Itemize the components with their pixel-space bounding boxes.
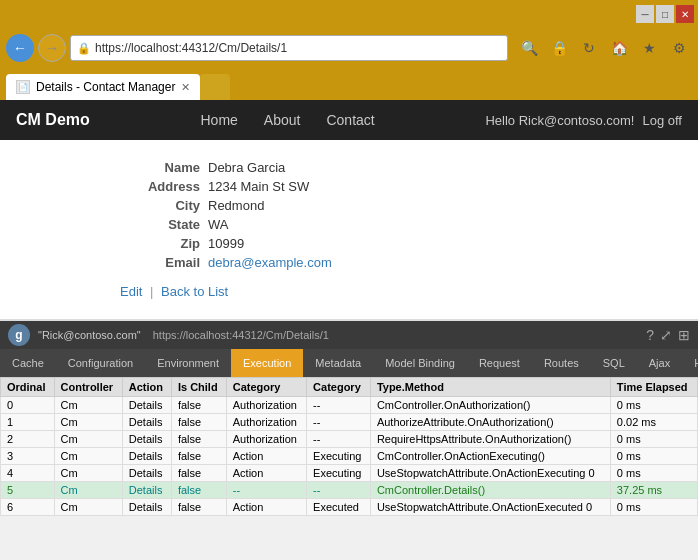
debug-url: https://localhost:44312/Cm/Details/1	[153, 329, 329, 341]
table-header-row: Ordinal Controller Action Is Child Categ…	[1, 378, 698, 397]
city-label: City	[120, 198, 200, 213]
col-is-child: Is Child	[171, 378, 226, 397]
execution-table: Ordinal Controller Action Is Child Categ…	[0, 377, 698, 516]
tab-favicon: 📄	[16, 80, 30, 94]
debug-tab-metadata[interactable]: Metadata	[303, 349, 373, 377]
search-button[interactable]: 🔍	[516, 35, 542, 61]
forward-button[interactable]: →	[38, 34, 66, 62]
address-icon: 🔒	[77, 42, 91, 55]
email-row: Email debra@example.com	[120, 255, 658, 270]
name-label: Name	[120, 160, 200, 175]
debug-tab-history[interactable]: Histo	[682, 349, 698, 377]
state-row: State WA	[120, 217, 658, 232]
back-button[interactable]: ←	[6, 34, 34, 62]
table-row: 3CmDetailsfalseActionExecutingCmControll…	[1, 448, 698, 465]
active-tab[interactable]: 📄 Details - Contact Manager ✕	[6, 74, 200, 100]
nav-home[interactable]: Home	[193, 108, 246, 132]
debug-table-wrapper: Ordinal Controller Action Is Child Categ…	[0, 377, 698, 516]
email-value[interactable]: debra@example.com	[208, 255, 332, 270]
debug-tab-model-binding[interactable]: Model Binding	[373, 349, 467, 377]
col-category2: Category	[307, 378, 371, 397]
app-nav-links: Home About Contact	[193, 108, 383, 132]
debug-tabs: Cache Configuration Environment Executio…	[0, 349, 698, 377]
back-to-list-link[interactable]: Back to List	[161, 284, 228, 299]
app-nav: CM Demo Home About Contact Hello Rick@co…	[0, 100, 698, 140]
col-action: Action	[122, 378, 171, 397]
debug-tab-routes[interactable]: Routes	[532, 349, 591, 377]
app-nav-right: Hello Rick@contoso.com! Log off	[485, 113, 682, 128]
lock-icon: 🔒	[546, 35, 572, 61]
debug-avatar: g	[8, 324, 30, 346]
debug-settings-button[interactable]: ⊞	[678, 327, 690, 343]
browser-nav-bar: ← → 🔒 https://localhost:44312/Cm/Details…	[0, 28, 698, 68]
name-row: Name Debra Garcia	[120, 160, 658, 175]
app-brand: CM Demo	[16, 111, 90, 129]
tab-close-button[interactable]: ✕	[181, 81, 190, 94]
table-row: 2CmDetailsfalseAuthorization--RequireHtt…	[1, 431, 698, 448]
table-row: 5CmDetailsfalse----CmController.Details(…	[1, 482, 698, 499]
debug-header-actions: ? ⤢ ⊞	[646, 327, 690, 343]
col-time-elapsed: Time Elapsed	[610, 378, 697, 397]
table-row: 4CmDetailsfalseActionExecutingUseStopwat…	[1, 465, 698, 482]
col-controller: Controller	[54, 378, 122, 397]
debug-tab-environment[interactable]: Environment	[145, 349, 231, 377]
settings-button[interactable]: ⚙	[666, 35, 692, 61]
nav-contact[interactable]: Contact	[318, 108, 382, 132]
debug-tab-request[interactable]: Request	[467, 349, 532, 377]
debug-tab-execution[interactable]: Execution	[231, 349, 303, 377]
nav-about[interactable]: About	[256, 108, 309, 132]
contact-details-table: Name Debra Garcia Address 1234 Main St S…	[120, 160, 658, 270]
state-label: State	[120, 217, 200, 232]
state-value: WA	[208, 217, 228, 232]
contact-actions: Edit | Back to List	[120, 284, 658, 299]
debug-header: g "Rick@contoso.com" https://localhost:4…	[0, 321, 698, 349]
minimize-button[interactable]: ─	[636, 5, 654, 23]
table-row: 1CmDetailsfalseAuthorization--AuthorizeA…	[1, 414, 698, 431]
debug-panel: g "Rick@contoso.com" https://localhost:4…	[0, 319, 698, 516]
city-row: City Redmond	[120, 198, 658, 213]
debug-tab-configuration[interactable]: Configuration	[56, 349, 145, 377]
zip-value: 10999	[208, 236, 244, 251]
favorites-button[interactable]: ★	[636, 35, 662, 61]
city-value: Redmond	[208, 198, 264, 213]
nav-actions: 🔍 🔒 ↻ 🏠 ★ ⚙	[516, 35, 692, 61]
address-text: https://localhost:44312/Cm/Details/1	[95, 41, 287, 55]
address-row: Address 1234 Main St SW	[120, 179, 658, 194]
actions-separator: |	[150, 284, 157, 299]
contact-section: Name Debra Garcia Address 1234 Main St S…	[0, 140, 698, 319]
home-button[interactable]: 🏠	[606, 35, 632, 61]
debug-tab-ajax[interactable]: Ajax	[637, 349, 682, 377]
address-label: Address	[120, 179, 200, 194]
email-label: Email	[120, 255, 200, 270]
address-bar[interactable]: 🔒 https://localhost:44312/Cm/Details/1	[70, 35, 508, 61]
zip-row: Zip 10999	[120, 236, 658, 251]
zip-label: Zip	[120, 236, 200, 251]
col-category1: Category	[226, 378, 306, 397]
logout-link[interactable]: Log off	[642, 113, 682, 128]
close-button[interactable]: ✕	[676, 5, 694, 23]
col-ordinal: Ordinal	[1, 378, 55, 397]
table-row: 6CmDetailsfalseActionExecutedUseStopwatc…	[1, 499, 698, 516]
edit-link[interactable]: Edit	[120, 284, 142, 299]
app-content: CM Demo Home About Contact Hello Rick@co…	[0, 100, 698, 516]
debug-user: "Rick@contoso.com"	[38, 329, 141, 341]
table-row: 0CmDetailsfalseAuthorization--CmControll…	[1, 397, 698, 414]
debug-expand-button[interactable]: ⤢	[660, 327, 672, 343]
tab-bar: 📄 Details - Contact Manager ✕	[0, 68, 698, 100]
refresh-button[interactable]: ↻	[576, 35, 602, 61]
tab-title: Details - Contact Manager	[36, 80, 175, 94]
debug-tab-cache[interactable]: Cache	[0, 349, 56, 377]
logged-in-user: Hello Rick@contoso.com!	[485, 113, 634, 128]
name-value: Debra Garcia	[208, 160, 285, 175]
browser-chrome: ─ □ ✕ ← → 🔒 https://localhost:44312/Cm/D…	[0, 0, 698, 100]
debug-tab-sql[interactable]: SQL	[591, 349, 637, 377]
new-tab-button[interactable]	[200, 74, 230, 100]
title-bar: ─ □ ✕	[0, 0, 698, 28]
col-type-method: Type.Method	[370, 378, 610, 397]
maximize-button[interactable]: □	[656, 5, 674, 23]
address-value: 1234 Main St SW	[208, 179, 309, 194]
debug-help-button[interactable]: ?	[646, 327, 654, 343]
